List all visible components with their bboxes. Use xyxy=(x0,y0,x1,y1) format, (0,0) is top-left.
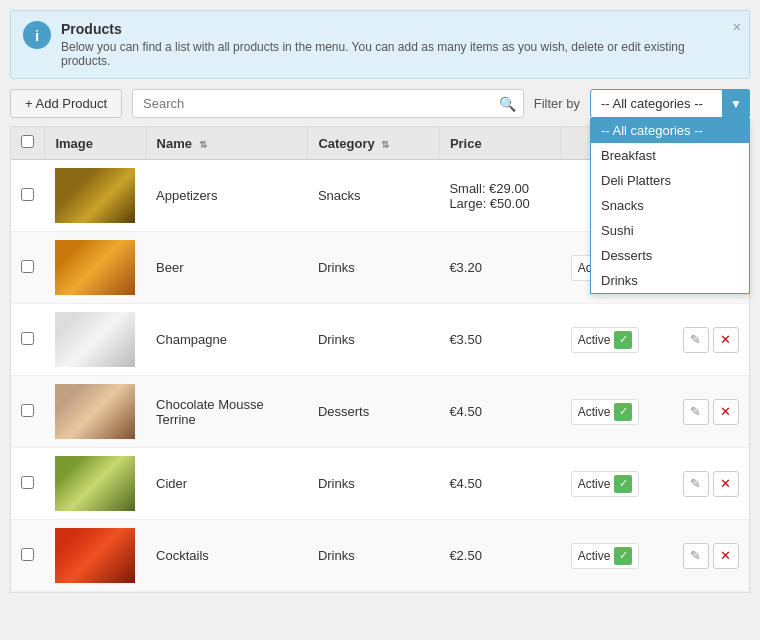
row-status-cell: Active ✓ xyxy=(561,376,672,448)
status-check-icon: ✓ xyxy=(614,547,632,565)
row-name-cell: Cider xyxy=(146,448,308,520)
product-name: Chocolate Mousse Terrine xyxy=(156,397,264,427)
product-price: €3.20 xyxy=(449,260,482,275)
delete-button-6[interactable]: ✕ xyxy=(713,543,739,569)
dropdown-item-desserts[interactable]: Desserts xyxy=(591,243,749,268)
product-category: Drinks xyxy=(318,260,355,275)
add-product-button[interactable]: + Add Product xyxy=(10,89,122,118)
dropdown-item-sushi[interactable]: Sushi xyxy=(591,218,749,243)
info-banner: i Products Below you can find a list wit… xyxy=(10,10,750,79)
row-name-cell: Cocktails xyxy=(146,520,308,592)
product-price: €4.50 xyxy=(449,476,482,491)
info-text: Products Below you can find a list with … xyxy=(61,21,737,68)
product-category: Snacks xyxy=(318,188,361,203)
row-name-cell: Beer xyxy=(146,232,308,304)
row-category-cell: Drinks xyxy=(308,304,440,376)
edit-button-3[interactable]: ✎ xyxy=(683,327,709,353)
edit-button-4[interactable]: ✎ xyxy=(683,399,709,425)
dropdown-item-all[interactable]: -- All categories -- xyxy=(591,118,749,143)
dropdown-item-snacks[interactable]: Snacks xyxy=(591,193,749,218)
status-label: Active xyxy=(578,333,611,347)
row-image-cell xyxy=(45,304,146,376)
delete-button-5[interactable]: ✕ xyxy=(713,471,739,497)
status-badge[interactable]: Active ✓ xyxy=(571,399,640,425)
edit-button-6[interactable]: ✎ xyxy=(683,543,709,569)
row-category-cell: Drinks xyxy=(308,448,440,520)
row-checkbox-4[interactable] xyxy=(21,404,34,417)
row-checkbox-cell xyxy=(11,160,45,232)
dropdown-item-drinks[interactable]: Drinks xyxy=(591,268,749,293)
filter-label: Filter by xyxy=(534,96,580,111)
product-price: €2.50 xyxy=(449,548,482,563)
row-price-cell: Small: €29.00Large: €50.00 xyxy=(439,160,560,232)
row-image-cell xyxy=(45,448,146,520)
name-sort-icon: ⇅ xyxy=(199,139,207,150)
row-actions-cell: ✎ ✕ xyxy=(672,304,749,376)
action-buttons: ✎ ✕ xyxy=(682,399,739,425)
product-price: €4.50 xyxy=(449,404,482,419)
product-name: Beer xyxy=(156,260,183,275)
table-row: Cider Drinks €4.50 Active ✓ ✎ ✕ xyxy=(11,448,749,520)
select-all-checkbox[interactable] xyxy=(21,135,34,148)
header-name[interactable]: Name ⇅ xyxy=(146,127,308,160)
row-name-cell: Chocolate Mousse Terrine xyxy=(146,376,308,448)
status-label: Active xyxy=(578,477,611,491)
row-category-cell: Drinks xyxy=(308,232,440,304)
category-dropdown-menu[interactable]: -- All categories -- Breakfast Deli Plat… xyxy=(590,118,750,294)
row-status-cell: Active ✓ xyxy=(561,448,672,520)
row-checkbox-cell xyxy=(11,304,45,376)
product-price: Small: €29.00Large: €50.00 xyxy=(449,181,529,211)
product-image-5 xyxy=(55,456,135,511)
row-checkbox-cell xyxy=(11,376,45,448)
product-category: Drinks xyxy=(318,548,355,563)
category-filter-select[interactable]: -- All categories -- Breakfast Deli Plat… xyxy=(590,89,750,118)
row-category-cell: Desserts xyxy=(308,376,440,448)
info-icon: i xyxy=(23,21,51,49)
status-check-icon: ✓ xyxy=(614,331,632,349)
category-sort-icon: ⇅ xyxy=(381,139,389,150)
row-price-cell: €4.50 xyxy=(439,376,560,448)
header-price: Price xyxy=(439,127,560,160)
row-image-cell xyxy=(45,160,146,232)
product-image-2 xyxy=(55,240,135,295)
search-icon: 🔍 xyxy=(499,96,516,112)
row-name-cell: Champagne xyxy=(146,304,308,376)
row-actions-cell: ✎ ✕ xyxy=(672,448,749,520)
product-category: Drinks xyxy=(318,332,355,347)
status-badge[interactable]: Active ✓ xyxy=(571,327,640,353)
row-checkbox-cell xyxy=(11,520,45,592)
row-checkbox-5[interactable] xyxy=(21,476,34,489)
row-checkbox-2[interactable] xyxy=(21,260,34,273)
table-row: Chocolate Mousse Terrine Desserts €4.50 … xyxy=(11,376,749,448)
search-input[interactable] xyxy=(132,89,524,118)
row-name-cell: Appetizers xyxy=(146,160,308,232)
delete-button-3[interactable]: ✕ xyxy=(713,327,739,353)
row-actions-cell: ✎ ✕ xyxy=(672,520,749,592)
product-name: Cider xyxy=(156,476,187,491)
product-image-3 xyxy=(55,312,135,367)
product-price: €3.50 xyxy=(449,332,482,347)
banner-close-button[interactable]: × xyxy=(733,19,741,35)
row-checkbox-3[interactable] xyxy=(21,332,34,345)
table-row: Champagne Drinks €3.50 Active ✓ ✎ ✕ xyxy=(11,304,749,376)
edit-button-5[interactable]: ✎ xyxy=(683,471,709,497)
status-label: Active xyxy=(578,549,611,563)
row-price-cell: €2.50 xyxy=(439,520,560,592)
status-badge[interactable]: Active ✓ xyxy=(571,471,640,497)
header-checkbox-col xyxy=(11,127,45,160)
row-status-cell: Active ✓ xyxy=(561,304,672,376)
toolbar: + Add Product 🔍 Filter by -- All categor… xyxy=(10,89,750,118)
row-checkbox-1[interactable] xyxy=(21,188,34,201)
dropdown-item-breakfast[interactable]: Breakfast xyxy=(591,143,749,168)
header-category[interactable]: Category ⇅ xyxy=(308,127,440,160)
search-wrapper: 🔍 xyxy=(132,89,524,118)
dropdown-item-deli[interactable]: Deli Platters xyxy=(591,168,749,193)
product-image-4 xyxy=(55,384,135,439)
row-price-cell: €3.50 xyxy=(439,304,560,376)
product-name: Cocktails xyxy=(156,548,209,563)
delete-button-4[interactable]: ✕ xyxy=(713,399,739,425)
row-checkbox-6[interactable] xyxy=(21,548,34,561)
status-badge[interactable]: Active ✓ xyxy=(571,543,640,569)
row-status-cell: Active ✓ xyxy=(561,520,672,592)
header-image: Image xyxy=(45,127,146,160)
